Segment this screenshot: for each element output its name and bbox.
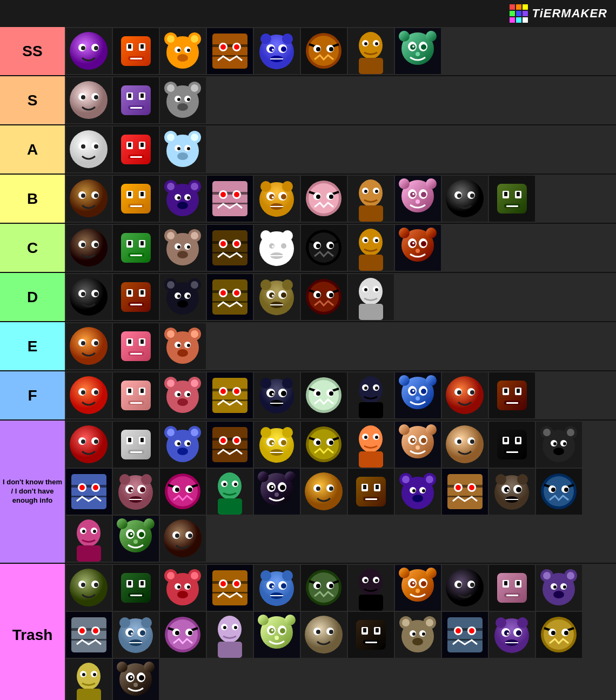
tier-character-item[interactable] [301, 612, 347, 658]
tier-character-item[interactable] [489, 612, 535, 658]
tier-character-item[interactable] [301, 565, 347, 611]
tier-character-item[interactable] [395, 176, 441, 222]
tier-character-item[interactable] [160, 176, 206, 222]
tier-character-item[interactable] [66, 516, 112, 562]
tier-character-item[interactable] [207, 225, 253, 271]
tier-character-item[interactable] [113, 225, 159, 271]
tier-character-item[interactable] [113, 176, 159, 222]
tier-character-item[interactable] [536, 565, 582, 611]
tier-character-item[interactable] [160, 77, 206, 123]
tier-character-item[interactable] [254, 274, 300, 320]
tier-character-item[interactable] [395, 469, 441, 515]
tier-character-item[interactable] [348, 176, 394, 222]
tier-character-item[interactable] [66, 372, 112, 418]
tier-character-item[interactable] [254, 565, 300, 611]
tier-character-item[interactable] [160, 422, 206, 468]
tier-character-item[interactable] [160, 126, 206, 172]
tier-character-item[interactable] [207, 28, 253, 74]
tier-character-item[interactable] [301, 422, 347, 468]
tier-character-item[interactable] [348, 565, 394, 611]
tier-character-item[interactable] [113, 516, 159, 562]
tier-character-item[interactable] [442, 565, 488, 611]
tier-character-item[interactable] [113, 565, 159, 611]
tier-character-item[interactable] [113, 126, 159, 172]
tier-character-item[interactable] [207, 469, 253, 515]
tier-character-item[interactable] [66, 659, 112, 700]
tier-character-item[interactable] [207, 176, 253, 222]
tier-character-item[interactable] [66, 77, 112, 123]
tier-character-item[interactable] [113, 659, 159, 700]
tier-character-item[interactable] [254, 372, 300, 418]
tier-character-item[interactable] [348, 225, 394, 271]
tier-character-item[interactable] [66, 469, 112, 515]
tier-character-item[interactable] [536, 422, 582, 468]
tier-character-item[interactable] [113, 274, 159, 320]
tier-character-item[interactable] [160, 274, 206, 320]
tier-character-item[interactable] [395, 612, 441, 658]
tier-character-item[interactable] [113, 28, 159, 74]
tier-character-item[interactable] [113, 323, 159, 369]
tier-character-item[interactable] [395, 225, 441, 271]
tier-character-item[interactable] [442, 612, 488, 658]
tier-character-item[interactable] [489, 176, 535, 222]
tier-character-item[interactable] [66, 323, 112, 369]
tier-character-item[interactable] [489, 372, 535, 418]
tier-character-item[interactable] [160, 612, 206, 658]
tier-character-item[interactable] [254, 28, 300, 74]
tier-character-item[interactable] [254, 422, 300, 468]
tier-character-item[interactable] [395, 422, 441, 468]
tier-character-item[interactable] [442, 372, 488, 418]
tier-character-item[interactable] [301, 274, 347, 320]
tier-character-item[interactable] [254, 225, 300, 271]
tier-character-item[interactable] [66, 565, 112, 611]
tier-character-item[interactable] [66, 126, 112, 172]
tier-character-item[interactable] [442, 469, 488, 515]
tier-character-item[interactable] [348, 422, 394, 468]
tier-character-item[interactable] [301, 225, 347, 271]
tier-character-item[interactable] [160, 469, 206, 515]
tier-character-item[interactable] [66, 28, 112, 74]
tier-character-item[interactable] [254, 469, 300, 515]
tier-character-item[interactable] [66, 225, 112, 271]
tier-character-item[interactable] [348, 372, 394, 418]
tier-character-item[interactable] [160, 565, 206, 611]
tier-character-item[interactable] [207, 565, 253, 611]
tier-character-item[interactable] [395, 372, 441, 418]
tier-character-item[interactable] [301, 176, 347, 222]
tier-character-item[interactable] [66, 612, 112, 658]
tier-character-item[interactable] [301, 28, 347, 74]
tier-character-item[interactable] [113, 77, 159, 123]
tier-character-item[interactable] [301, 372, 347, 418]
tier-character-item[interactable] [66, 274, 112, 320]
tier-character-item[interactable] [160, 516, 206, 562]
tier-character-item[interactable] [536, 469, 582, 515]
tier-character-item[interactable] [113, 372, 159, 418]
tier-character-item[interactable] [536, 612, 582, 658]
tier-character-item[interactable] [207, 422, 253, 468]
tier-character-item[interactable] [254, 612, 300, 658]
tier-character-item[interactable] [160, 372, 206, 418]
tier-character-item[interactable] [348, 274, 394, 320]
tier-character-item[interactable] [489, 469, 535, 515]
tier-character-item[interactable] [113, 422, 159, 468]
tier-character-item[interactable] [66, 176, 112, 222]
tier-character-item[interactable] [348, 469, 394, 515]
tier-character-item[interactable] [254, 176, 300, 222]
tier-character-item[interactable] [395, 28, 441, 74]
tier-character-item[interactable] [160, 225, 206, 271]
tier-character-item[interactable] [113, 612, 159, 658]
tier-character-item[interactable] [160, 323, 206, 369]
tier-character-item[interactable] [66, 422, 112, 468]
tier-character-item[interactable] [489, 422, 535, 468]
tier-character-item[interactable] [442, 422, 488, 468]
tier-character-item[interactable] [207, 372, 253, 418]
tier-character-item[interactable] [348, 612, 394, 658]
tier-character-item[interactable] [113, 469, 159, 515]
tier-character-item[interactable] [207, 612, 253, 658]
tier-character-item[interactable] [160, 28, 206, 74]
tier-character-item[interactable] [207, 274, 253, 320]
tier-character-item[interactable] [489, 565, 535, 611]
tier-character-item[interactable] [442, 176, 488, 222]
tier-character-item[interactable] [301, 469, 347, 515]
tier-character-item[interactable] [348, 28, 394, 74]
